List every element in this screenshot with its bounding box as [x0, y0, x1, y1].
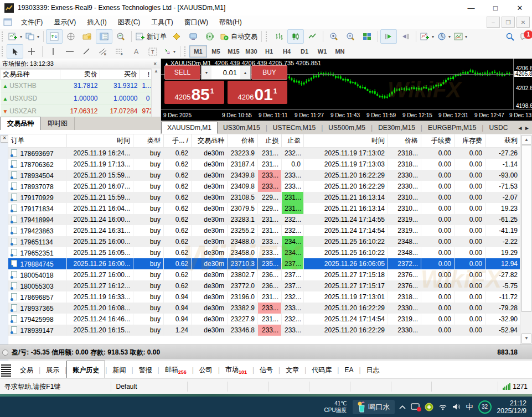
menu-item[interactable]: 文件(F): [16, 16, 48, 29]
orders-column-header[interactable]: 时间: [304, 134, 388, 148]
dropdown-arrow-icon[interactable]: ▾: [20, 34, 22, 39]
trendline-tool-button[interactable]: [78, 44, 95, 59]
timeframe-button-m30[interactable]: M30: [242, 45, 260, 58]
buy-price-display[interactable]: 4206 01 1: [228, 81, 287, 104]
crosshair-tool-button[interactable]: [23, 44, 40, 59]
market-watch-row[interactable]: ▲ USXUSD1.000001.000000: [1, 92, 152, 105]
chart-tab[interactable]: US30m,M15: [218, 122, 266, 133]
dropdown-arrow-icon[interactable]: ▾: [432, 34, 434, 39]
timeframe-button-mn[interactable]: MN: [331, 45, 349, 58]
market-watch-tab[interactable]: 即时图: [41, 117, 75, 130]
order-row[interactable]: 1800540182025.11.27 16:00...buy0.62de30m…: [8, 269, 521, 280]
cursor-tool-button[interactable]: [7, 44, 23, 59]
minimize-button[interactable]: —: [459, 0, 483, 15]
orders-column-header[interactable]: 止损: [258, 134, 282, 148]
market-watch-row[interactable]: ▼ USXZAR17.0631217.07284972: [1, 105, 152, 118]
market-watch-row[interactable]: ▲ USXTHB31.781231.93121...: [1, 80, 152, 92]
terminal-tab-1[interactable]: 交易: [14, 363, 39, 378]
ime-indicator[interactable]: 中: [466, 402, 473, 412]
terminal-tab-9[interactable]: 信号: [254, 363, 278, 378]
text-label-tool-button[interactable]: T: [144, 44, 161, 59]
volume-value[interactable]: 0.01: [211, 66, 240, 79]
auto-scroll-button[interactable]: [380, 29, 397, 44]
terminal-tab-11[interactable]: 代码库: [306, 363, 337, 378]
temp-ring-indicator[interactable]: 32: [478, 400, 492, 414]
close-button[interactable]: ✕: [508, 0, 532, 15]
new-order-label[interactable]: 新订单: [147, 32, 167, 41]
chart-tab[interactable]: XAUUSDm,M1: [161, 122, 218, 134]
menu-item[interactable]: 图表(C): [112, 16, 146, 29]
chart-shift-button[interactable]: [397, 29, 414, 44]
order-row[interactable]: 1789373652025.11.20 16:08...buy0.94de30m…: [8, 303, 521, 314]
navigator-button[interactable]: [79, 29, 96, 44]
notifications-icon[interactable]: 1: [520, 33, 529, 40]
orders-column-header[interactable]: 交易品种: [192, 134, 228, 148]
text-tool-button[interactable]: A: [128, 44, 144, 59]
strategy-tester-button[interactable]: [112, 29, 129, 44]
order-row[interactable]: 1789345042025.11.20 15:59...buy0.62de30m…: [8, 170, 521, 181]
chart-tab[interactable]: USTECm,M15: [267, 122, 321, 133]
chart-restore-icon[interactable]: ❐: [502, 17, 515, 28]
bar-chart-button[interactable]: [271, 29, 287, 44]
timeframe-button-w1[interactable]: W1: [313, 45, 331, 58]
order-row[interactable]: 1787063622025.11.19 17:13...buy0.62de30m…: [8, 159, 521, 170]
orders-scrollbar[interactable]: ▲ ▼: [520, 134, 532, 345]
market-watch-column-header[interactable]: !: [140, 70, 152, 80]
orders-column-header[interactable]: 类型: [133, 134, 164, 148]
toolbar-grip[interactable]: [184, 46, 187, 56]
dropdown-arrow-icon[interactable]: ▾: [448, 34, 451, 39]
menu-item[interactable]: 工具(T): [146, 16, 178, 29]
order-row[interactable]: 1798847452025.11.26 16:00...buy0.62de30m…: [8, 258, 521, 269]
orders-column-header[interactable]: 订单: [8, 134, 67, 148]
indicators-button[interactable]: ▾: [419, 29, 436, 44]
order-row[interactable]: 1794259982025.11.24 16:46...buy0.94de30m…: [8, 314, 521, 325]
terminal-tab-13[interactable]: 日志: [361, 363, 385, 378]
drink-water-widget[interactable]: 喝口水: [353, 400, 395, 414]
terminal-button[interactable]: [96, 29, 112, 44]
tray-chevron-icon[interactable]: [399, 405, 406, 409]
terminal-tab-6[interactable]: 邮箱256: [159, 362, 192, 378]
taskbar-clock[interactable]: 21:12 2025/12/9: [497, 399, 526, 415]
order-row[interactable]: 1789370782025.11.20 16:07...buy0.62de30m…: [8, 181, 521, 192]
timeframe-button-h1[interactable]: H1: [260, 45, 278, 58]
order-row[interactable]: 1789391472025.11.20 16:15...buy1.24de30m…: [8, 325, 521, 336]
maximize-button[interactable]: □: [483, 0, 508, 15]
market-watch-tab[interactable]: 交易品种: [0, 117, 41, 130]
terminal-tab-8[interactable]: 市场101: [220, 362, 252, 378]
terminal-tab-5[interactable]: 警报: [133, 363, 158, 378]
timeframe-button-d1[interactable]: D1: [296, 45, 313, 58]
menu-item[interactable]: 窗口(W): [179, 16, 214, 29]
orders-column-header[interactable]: 获利: [485, 134, 521, 148]
terminal-tab-10[interactable]: 文章: [280, 363, 304, 378]
orders-column-header[interactable]: 价格: [388, 134, 421, 148]
terminal-tab-2[interactable]: 展示: [40, 363, 65, 378]
search-icon[interactable]: [506, 33, 514, 41]
dropdown-arrow-icon[interactable]: ▾: [37, 34, 39, 39]
buy-button[interactable]: BUY: [251, 65, 287, 80]
signals-button[interactable]: [202, 29, 218, 44]
toolbar-grip[interactable]: [266, 32, 268, 41]
market-watch-scrollbar[interactable]: ▲▼: [151, 69, 161, 121]
market-watch-column-header[interactable]: 交易品种: [1, 70, 60, 80]
line-chart-button[interactable]: [304, 29, 321, 44]
vertical-line-tool-button[interactable]: [45, 44, 61, 59]
display-alert-icon[interactable]: [411, 403, 420, 410]
order-row[interactable]: 1791718342025.11.21 16:04...buy0.62de30m…: [8, 203, 521, 214]
sell-button[interactable]: SELL: [164, 65, 200, 80]
autotrading-button[interactable]: 自动交易: [218, 29, 259, 44]
panel-close-icon[interactable]: ✕: [1, 135, 8, 143]
order-row[interactable]: 1791709292025.11.21 15:59...buy0.62de30m…: [8, 192, 521, 203]
zoom-out-button[interactable]: [342, 29, 359, 44]
toolbar-grip[interactable]: [2, 46, 4, 56]
order-row[interactable]: 1794189942025.11.24 16:00...buy0.62de30m…: [8, 214, 521, 225]
chart-minimize-icon[interactable]: –: [487, 17, 500, 28]
orders-column-header[interactable]: 手... /: [164, 134, 192, 148]
order-row[interactable]: 1800553032025.11.27 16:12...buy0.62de30m…: [8, 280, 521, 291]
order-row[interactable]: 1796523512025.11.25 16:05...buy0.62de30m…: [8, 247, 521, 258]
fibonacci-tool-button[interactable]: F: [111, 44, 128, 59]
chart-panel[interactable]: ▲ XAUUSDm,M1 4206.439 4206.439 4205.735 …: [161, 59, 532, 121]
menu-item[interactable]: 帮助(H): [214, 16, 247, 29]
chart-tab[interactable]: DE30m,M15: [373, 122, 421, 133]
menu-item[interactable]: 插入(I): [81, 16, 112, 29]
dropdown-arrow-icon[interactable]: ▾: [173, 49, 175, 54]
